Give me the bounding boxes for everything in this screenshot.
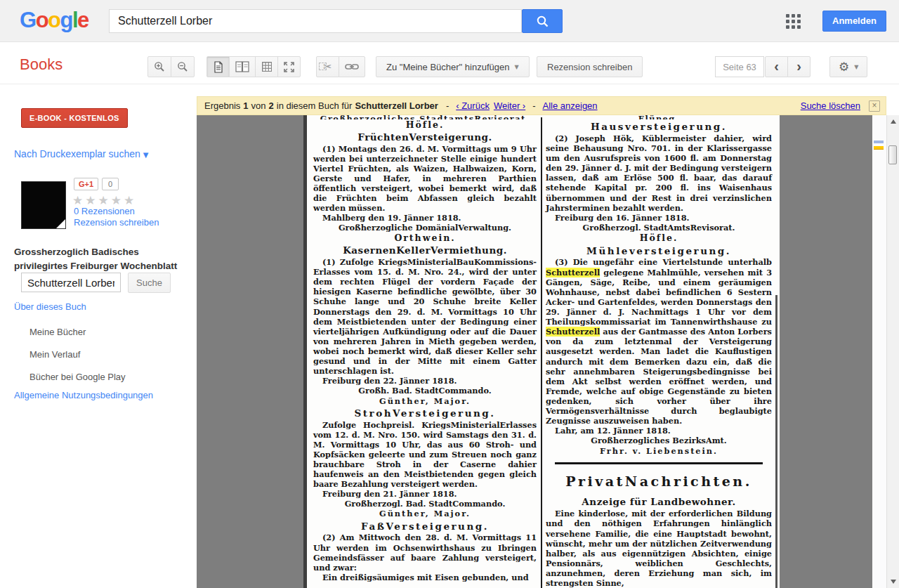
scan-block-body: Zufolge Hochpreisl. KriegsMinisterialErl… xyxy=(313,420,537,490)
add-to-my-books-dropdown[interactable]: Zu "Meine Bücher" hinzufügen ▼ xyxy=(376,56,530,77)
in-book-search-button[interactable]: Suche xyxy=(128,273,171,293)
scan-block-sig: Großherzogliche DomänialVerwaltung. xyxy=(313,223,537,233)
scan-block-heading: KasernenKellerVermiethung. xyxy=(313,244,537,256)
gplus-button[interactable]: G+1 xyxy=(74,178,98,190)
scan-block-sig: Großh. Bad. StadtCommando. xyxy=(313,386,537,396)
next-result-link[interactable]: Weiter › xyxy=(494,100,525,111)
single-page-icon xyxy=(214,61,223,73)
results-current: 1 xyxy=(243,100,248,111)
book-title-line1: Grossherzoglich Badisches xyxy=(14,245,183,259)
fullscreen-button[interactable] xyxy=(277,56,301,77)
google-header: Google Anmelden xyxy=(0,0,899,42)
signin-button[interactable]: Anmelden xyxy=(822,11,886,32)
scan-block-body: (1) Zufolge KriegsMinisterialBauKommissi… xyxy=(313,257,537,376)
scan-block-date: Freiburg den 22. Jänner 1818. xyxy=(313,376,537,386)
separator: - xyxy=(446,100,449,111)
write-review-button[interactable]: Rezension schreiben xyxy=(537,56,643,77)
scroll-position-marker xyxy=(874,141,884,143)
vertical-scrollbar[interactable] xyxy=(886,115,899,588)
results-prefix: Ergebnis xyxy=(204,100,240,111)
sidebar-item-books-on-google-play[interactable]: Bücher bei Google Play xyxy=(29,372,126,382)
close-icon[interactable]: × xyxy=(869,100,880,112)
viewer-canvas: Großherzogliches StadtamtsRevisorat.Höfl… xyxy=(197,115,872,588)
view-all-results-link[interactable]: Alle anzeigen xyxy=(543,100,598,111)
zoom-out-button[interactable] xyxy=(171,56,195,77)
scan-block-body: (2) Joseph Hök, Küblermeister dahier, wi… xyxy=(546,133,772,213)
scan-edge-artifact xyxy=(775,295,777,588)
book-cover-thumbnail[interactable] xyxy=(21,181,66,229)
scan-block-date: Freiburg den 16. Jänner 1818. xyxy=(546,213,772,223)
find-print-copy-link[interactable]: Nach Druckexemplar suchen ▼ xyxy=(14,148,148,159)
logo-letter: l xyxy=(72,8,77,32)
books-logo[interactable]: Books xyxy=(20,55,63,74)
scan-block-center: Höfle. xyxy=(313,119,537,131)
scan-text: aus der Gantmasse des Anton Lorbers von … xyxy=(546,327,772,426)
scan-block-date: Lahr, am 12. Jänner 1818. xyxy=(546,426,772,436)
scan-block-sig2: Günther, Major. xyxy=(313,396,537,406)
previous-result-link[interactable]: ‹ Zurück xyxy=(456,100,490,111)
next-page-button[interactable]: › xyxy=(787,56,811,77)
header-search-button[interactable] xyxy=(522,9,563,33)
zoom-in-icon xyxy=(154,61,165,72)
header-search-input[interactable] xyxy=(109,9,522,33)
fullscreen-icon xyxy=(284,62,294,72)
results-query: Schutterzell Lorber xyxy=(355,100,438,111)
gplus-count-badge: 0 xyxy=(102,178,119,190)
results-total: 2 xyxy=(269,100,274,111)
write-review-sidebar-link[interactable]: Rezension schreiben xyxy=(74,217,159,228)
results-of: von xyxy=(251,100,266,111)
page-number-input[interactable] xyxy=(715,56,764,77)
search-hit-highlight: Schutterzell xyxy=(546,327,600,337)
scroll-up-arrow[interactable] xyxy=(891,119,896,124)
scan-block-spaced: Mühleversteigerung. xyxy=(546,245,772,257)
about-this-book-link[interactable]: Über dieses Buch xyxy=(14,301,86,312)
search-hit-gutter xyxy=(872,115,886,588)
scan-block-spaced: FaßVersteigerung. xyxy=(313,521,537,533)
link-button[interactable] xyxy=(339,56,365,77)
scan-block-body: (2) Am Mittwoch den 28. d. M. Vormittags… xyxy=(313,533,537,572)
page-column-right: Flüneg.Hausversteigerung.(2) Joseph Hök,… xyxy=(546,117,772,588)
zoom-in-button[interactable] xyxy=(147,56,171,77)
separator: - xyxy=(532,100,535,111)
google-logo[interactable]: Google xyxy=(20,8,88,33)
chevron-right-icon: › xyxy=(796,59,801,75)
settings-button[interactable]: ⚙ ▼ xyxy=(829,56,867,77)
scan-block-date: Mahlberg den 19. Jänner 1818. xyxy=(313,213,537,223)
scroll-down-arrow[interactable] xyxy=(891,580,896,584)
book-viewer: Ergebnis 1 von 2 in diesem Buch für Schu… xyxy=(197,85,899,588)
single-page-view-button[interactable] xyxy=(206,56,230,77)
clip-button[interactable]: ✂ xyxy=(316,56,339,77)
write-review-label: Rezension schreiben xyxy=(547,62,632,72)
scan-block-heading: FrüchtenVersteigerung. xyxy=(313,131,537,143)
chevron-down-icon: ▼ xyxy=(854,64,858,70)
star-rating[interactable]: ★★★★★ xyxy=(72,193,136,207)
star-icon: ★ xyxy=(85,193,98,207)
chevron-left-icon: ‹ xyxy=(774,59,779,75)
sidebar-item-my-books[interactable]: Meine Bücher xyxy=(29,327,86,337)
two-page-icon xyxy=(235,61,249,72)
sidebar-item-my-history[interactable]: Mein Verlauf xyxy=(29,349,80,360)
ebook-free-button[interactable]: E-BOOK - KOSTENLOS xyxy=(21,108,128,128)
scan-block-rule xyxy=(555,462,763,464)
scissors-icon: ✂ xyxy=(323,60,332,73)
terms-of-service-link[interactable]: Allgemeine Nutzungsbedingungen xyxy=(14,390,153,400)
thumbnail-view-button[interactable] xyxy=(255,56,278,77)
star-icon: ★ xyxy=(111,193,124,207)
logo-letter: g xyxy=(60,8,72,32)
page-column-left: Großherzogliches StadtamtsRevisorat.Höfl… xyxy=(313,117,537,588)
in-book-search-input[interactable] xyxy=(21,273,121,292)
previous-page-button[interactable]: ‹ xyxy=(765,56,788,77)
book-title: Grossherzoglich Badisches privilegirtes … xyxy=(14,245,183,273)
two-page-view-button[interactable] xyxy=(229,56,256,77)
scan-block-body: Eine kinderlose, mit der erforderlichen … xyxy=(546,509,772,588)
logo-letter: e xyxy=(77,8,88,32)
reviews-count-link[interactable]: 0 Rezensionen xyxy=(74,206,135,216)
scan-block-big: PrivatNachrichten. xyxy=(546,473,772,490)
clear-search-link[interactable]: Suche löschen xyxy=(801,100,860,111)
scan-text: (3) Die ungefähr eine Viertelstunde unte… xyxy=(555,257,772,267)
apps-grid-icon[interactable] xyxy=(786,14,801,29)
star-icon: ★ xyxy=(72,193,85,207)
chevron-down-icon: ▼ xyxy=(143,151,149,159)
zoom-out-icon xyxy=(177,61,188,72)
scrollbar-thumb[interactable] xyxy=(888,145,897,164)
